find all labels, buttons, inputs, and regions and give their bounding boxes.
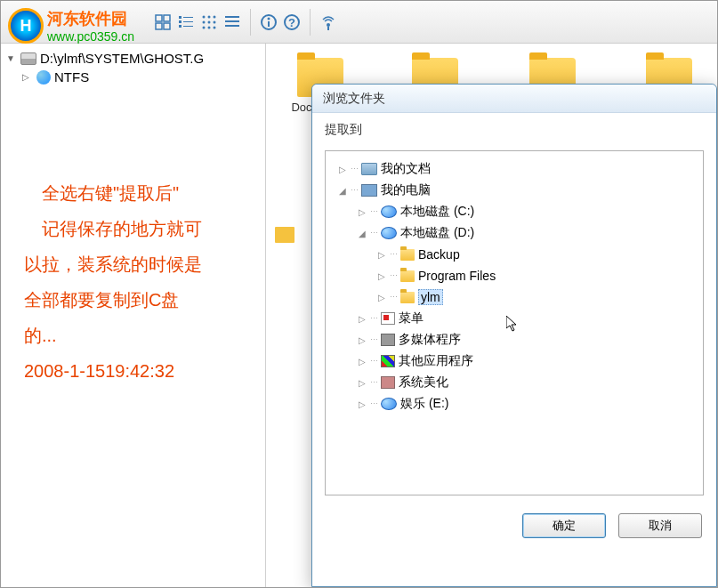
disk-icon — [381, 398, 397, 410]
watermark-url: www.pc0359.cn — [47, 29, 134, 44]
tree-node-ylm[interactable]: ▷⋯ ylm — [329, 286, 699, 308]
tree-node-disk-d[interactable]: ◢⋯ 本地磁盘 (D:) — [329, 222, 699, 244]
dialog-title-text: 浏览文件夹 — [323, 91, 385, 107]
svg-rect-8 — [179, 25, 182, 28]
tree-node-entertainment[interactable]: ▷⋯ 娱乐 (E:) — [329, 393, 699, 415]
tree-ntfs-row[interactable]: ▷ NTFS — [6, 68, 260, 86]
svg-rect-21 — [225, 25, 239, 27]
tree-node-my-computer[interactable]: ◢⋯ 我的电脑 — [329, 180, 699, 201]
svg-rect-4 — [179, 16, 182, 19]
view-small-icons-button[interactable] — [198, 12, 220, 33]
svg-rect-5 — [183, 17, 193, 18]
collapse-icon[interactable]: ◢ — [358, 229, 367, 238]
view-large-icons-button[interactable] — [152, 12, 173, 33]
svg-point-27 — [327, 23, 330, 27]
svg-rect-19 — [225, 16, 239, 18]
help-button[interactable]: ? — [281, 12, 303, 33]
menu-icon — [381, 312, 395, 325]
svg-rect-2 — [156, 23, 162, 29]
globe-icon — [36, 70, 51, 85]
ok-button[interactable]: 确定 — [522, 513, 606, 538]
computer-icon — [361, 184, 377, 197]
tree-path-label: D:\ylmf\SYSTEM\GHOST.G — [40, 51, 204, 66]
svg-rect-9 — [183, 26, 193, 27]
left-tree-panel: ▼ D:\ylmf\SYSTEM\GHOST.G ▷ NTFS 全选右键"提取后… — [1, 44, 266, 588]
disk-icon — [381, 227, 397, 239]
expand-icon[interactable]: ▷ — [358, 357, 367, 366]
tree-node-menu[interactable]: ▷⋯ 菜单 — [329, 308, 699, 329]
dialog-titlebar[interactable]: 浏览文件夹 — [312, 85, 716, 113]
svg-point-10 — [203, 15, 206, 18]
expand-icon[interactable]: ▷ — [358, 399, 367, 409]
info-button[interactable] — [258, 12, 279, 33]
watermark-logo-icon: H — [8, 8, 44, 44]
watermark: H 河东软件园 www.pc0359.cn — [8, 8, 134, 44]
folder-icon — [400, 270, 415, 282]
collapse-icon[interactable]: ◢ — [338, 186, 347, 196]
tree-node-multimedia[interactable]: ▷⋯ 多媒体程序 — [329, 329, 699, 350]
tree-node-program-files[interactable]: ▷⋯ Program Files — [329, 265, 699, 286]
antenna-button[interactable] — [318, 12, 339, 33]
svg-rect-0 — [156, 15, 162, 21]
svg-point-16 — [203, 26, 206, 28]
expand-icon[interactable]: ▷ — [377, 271, 386, 281]
annotation-timestamp: 2008-1-1519:42:32 — [24, 353, 242, 389]
tree-node-backup[interactable]: ▷⋯ Backup — [329, 244, 699, 265]
folder-tree[interactable]: ▷⋯ 我的文档 ◢⋯ 我的电脑 ▷⋯ 本地磁盘 (C:) ◢⋯ 本地磁盘 (D:… — [325, 150, 704, 495]
cancel-button[interactable]: 取消 — [618, 513, 702, 538]
tree-node-other-apps[interactable]: ▷⋯ 其他应用程序 — [329, 350, 699, 372]
svg-rect-20 — [225, 20, 239, 22]
svg-point-23 — [268, 17, 270, 20]
view-list-button[interactable] — [175, 12, 197, 33]
expand-icon[interactable]: ▷ — [338, 165, 347, 174]
documents-icon — [361, 163, 377, 175]
expand-icon[interactable]: ▷ — [358, 207, 367, 217]
expand-icon[interactable]: ▷ — [358, 314, 367, 324]
svg-rect-1 — [164, 15, 170, 21]
folder-icon — [400, 292, 415, 303]
svg-point-12 — [214, 15, 216, 18]
tree-node-my-documents[interactable]: ▷⋯ 我的文档 — [329, 158, 699, 180]
media-icon — [381, 334, 395, 346]
svg-text:?: ? — [288, 16, 295, 29]
apps-icon — [381, 355, 395, 367]
svg-point-17 — [208, 26, 211, 28]
collapse-arrow-icon[interactable]: ▼ — [6, 53, 17, 64]
tree-ntfs-label: NTFS — [54, 69, 89, 85]
browse-folder-dialog: 浏览文件夹 提取到 ▷⋯ 我的文档 ◢⋯ 我的电脑 ▷⋯ 本地磁盘 (C:) ◢… — [311, 84, 717, 587]
view-details-button[interactable] — [222, 12, 243, 33]
svg-point-14 — [208, 20, 211, 23]
svg-point-18 — [214, 26, 216, 28]
svg-rect-3 — [164, 23, 170, 29]
svg-point-13 — [203, 20, 206, 23]
folder-icon — [275, 227, 294, 243]
svg-rect-24 — [268, 21, 270, 27]
dialog-subtitle: 提取到 — [312, 113, 716, 145]
folder-icon — [400, 249, 415, 261]
annotation-text: 全选右键"提取后" 记得保存的地方就可 以拉，装系统的时候是 全部都要复制到C盘… — [6, 175, 260, 389]
selected-folder-label: ylm — [418, 289, 443, 305]
expand-arrow-icon[interactable]: ▷ — [22, 72, 33, 83]
svg-rect-6 — [179, 20, 182, 23]
disk-icon — [381, 205, 397, 218]
svg-point-15 — [214, 20, 216, 23]
expand-icon[interactable]: ▷ — [377, 250, 386, 260]
expand-icon[interactable]: ▷ — [358, 378, 367, 388]
tree-node-disk-c[interactable]: ▷⋯ 本地磁盘 (C:) — [329, 201, 699, 222]
tree-node-system-beauty[interactable]: ▷⋯ 系统美化 — [329, 372, 699, 393]
svg-rect-7 — [183, 21, 193, 22]
expand-icon[interactable]: ▷ — [377, 293, 386, 302]
svg-point-11 — [208, 15, 211, 18]
disk-icon — [20, 52, 36, 65]
beautify-icon — [381, 376, 395, 389]
tree-path-row[interactable]: ▼ D:\ylmf\SYSTEM\GHOST.G — [6, 49, 260, 68]
watermark-site-name: 河东软件园 — [47, 8, 134, 29]
expand-icon[interactable]: ▷ — [358, 335, 367, 345]
